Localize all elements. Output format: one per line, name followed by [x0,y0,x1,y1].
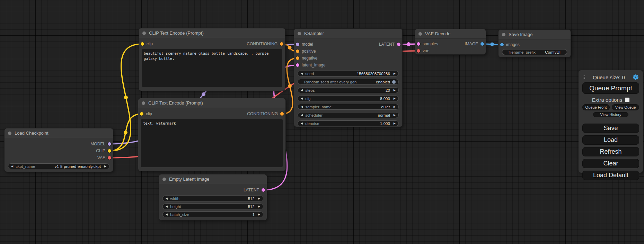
link-midpoint-dot [124,130,127,134]
node-empty-latent-image[interactable]: Empty Latent Image LATENT width 512 heig… [159,174,267,220]
node-title: Empty Latent Image [169,177,209,182]
denoise-stepper[interactable]: denoise 1.000 [298,120,399,126]
view-queue-button[interactable]: View Queue [612,104,639,110]
collapse-dot-icon[interactable] [502,33,505,36]
cfg-stepper[interactable]: cfg 8.000 [298,96,399,101]
comfyui-canvas[interactable]: Load Checkpoint MODEL CLIP VAE ckpt_name… [0,0,644,244]
extra-options-label: Extra options [592,97,623,103]
output-row-latent: LATENT [159,187,267,193]
stepper-right-icon[interactable] [394,122,396,125]
refresh-button[interactable]: Refresh [582,147,639,156]
conditioning-output-port[interactable] [280,42,283,46]
stepper-left-icon[interactable] [166,197,168,200]
stepper-right-icon[interactable] [258,197,260,200]
link-midpoint-dot [407,42,411,46]
model-output-port[interactable] [108,142,111,146]
stepper-right-icon[interactable] [394,106,396,108]
view-history-button[interactable]: View History [593,112,628,117]
settings-gear-icon[interactable] [633,74,639,80]
stepper-right-icon[interactable] [258,205,260,208]
latent-image-input-port[interactable] [296,63,299,67]
stepper-right-icon[interactable] [394,89,396,92]
stepper-left-icon[interactable] [301,72,303,75]
clip-input-port[interactable] [140,112,143,116]
port-row: samples IMAGE [415,40,486,47]
stepper-left-icon[interactable] [166,213,168,216]
clear-button[interactable]: Clear [582,159,639,168]
stepper-right-icon[interactable] [258,213,260,216]
ckpt-name-combo[interactable]: ckpt_name v1-5-pruned-emaonly.ckpt [8,163,109,169]
load-default-button[interactable]: Load Default [582,171,639,180]
node-save-image[interactable]: Save Image images filename_prefix ComfyU… [498,29,571,57]
clip-output-port[interactable] [108,149,111,153]
vae-input-port[interactable] [417,49,420,53]
stepper-left-icon[interactable] [301,97,303,100]
conditioning-output-port[interactable] [280,112,284,116]
model-input-port[interactable] [296,43,299,46]
samples-input-port[interactable] [417,42,420,46]
queue-panel[interactable]: Queue size: 0 Queue Prompt Extra options [579,70,643,173]
negative-input-port[interactable] [296,56,299,60]
negative-prompt-textarea[interactable]: text, watermark [141,119,283,167]
node-title: KSampler [304,31,324,36]
steps-stepper[interactable]: steps 20 [298,87,399,93]
node-title: Load Checkpoint [15,130,48,136]
height-stepper[interactable]: height 512 [162,204,263,209]
vae-output-port[interactable] [108,156,111,160]
input-row-latent-image: latent_image [294,62,402,69]
scheduler-combo[interactable]: scheduler normal [298,112,399,118]
clip-input-port[interactable] [141,42,144,46]
stepper-left-icon[interactable] [11,165,13,168]
extra-options-checkbox[interactable] [625,98,629,102]
stepper-right-icon[interactable] [104,165,106,168]
node-title: VAE Decode [425,31,450,36]
node-vae-decode[interactable]: VAE Decode samples IMAGE vae [415,29,486,55]
save-button[interactable]: Save [582,124,639,133]
load-button[interactable]: Load [582,135,639,145]
queue-prompt-button[interactable]: Queue Prompt [582,82,639,94]
link-midpoint-dot [202,92,205,96]
drag-handle-icon[interactable] [583,75,585,79]
output-row-model: MODEL [5,141,113,147]
stepper-right-icon[interactable] [394,97,396,100]
width-stepper[interactable]: width 512 [162,196,263,201]
collapse-dot-icon[interactable] [162,178,166,181]
input-row-vae: vae [415,47,486,54]
stepper-left-icon[interactable] [301,106,303,108]
stepper-left-icon[interactable] [301,122,303,125]
latent-output-port[interactable] [262,188,265,192]
node-clip-text-encode-negative[interactable]: CLIP Text Encode (Prompt) clip CONDITION… [138,98,286,171]
positive-prompt-textarea[interactable]: beautiful scenery nature glass bottle la… [142,49,282,87]
stepper-right-icon[interactable] [394,114,396,117]
output-row-clip: CLIP [5,147,113,154]
node-header: Save Image [499,30,571,39]
stepper-left-icon[interactable] [301,89,303,92]
stepper-left-icon[interactable] [301,114,303,117]
latent-output-port[interactable] [397,43,400,46]
seed-stepper[interactable]: seed 156680208700286 [298,71,399,76]
node-load-checkpoint[interactable]: Load Checkpoint MODEL CLIP VAE ckpt_name… [4,128,113,172]
image-output-port[interactable] [480,42,484,46]
collapse-dot-icon[interactable] [142,101,145,105]
port-row: clip CONDITIONING [139,40,285,47]
images-input-port[interactable] [500,43,504,46]
positive-input-port[interactable] [296,49,299,53]
sampler-name-combo[interactable]: sampler_name euler [298,104,399,110]
filename-prefix-field[interactable]: filename_prefix ComfyUI [502,49,567,55]
collapse-dot-icon[interactable] [298,32,301,35]
toggle-dot-icon[interactable] [392,80,396,84]
batch-size-stepper[interactable]: batch_size 1 [162,211,263,217]
node-title: CLIP Text Encode (Prompt) [148,100,203,106]
collapse-dot-icon[interactable] [142,31,146,35]
link-midpoint-dot [288,46,292,49]
node-header: VAE Decode [415,29,486,39]
collapse-dot-icon[interactable] [8,132,11,135]
collapse-dot-icon[interactable] [418,32,422,36]
stepper-left-icon[interactable] [166,205,168,208]
queue-front-button[interactable]: Queue Front [582,104,610,110]
stepper-right-icon[interactable] [394,72,396,75]
node-ksampler[interactable]: KSampler model LATENT positive negative [294,28,403,127]
link-midpoint-dot [490,43,494,46]
random-seed-toggle[interactable]: Random seed after every gen enabled [298,79,399,85]
node-clip-text-encode-positive[interactable]: CLIP Text Encode (Prompt) clip CONDITION… [139,28,285,91]
